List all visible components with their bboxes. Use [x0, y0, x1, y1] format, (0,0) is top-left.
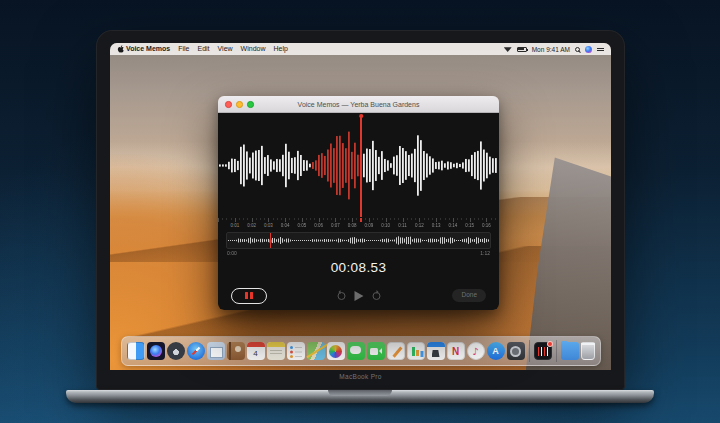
- dock-icon-maps[interactable]: [307, 342, 325, 360]
- transport-controls: Done: [218, 280, 499, 310]
- window-title: Voice Memos — Yerba Buena Gardens: [298, 101, 420, 108]
- siri-icon[interactable]: [585, 46, 592, 53]
- ruler-label: 0:07: [331, 223, 340, 228]
- dock-icon-launchpad[interactable]: [167, 342, 185, 360]
- ruler-label: 0:08: [348, 223, 357, 228]
- notification-center-icon[interactable]: [597, 46, 604, 53]
- macbook-base-notch: [328, 390, 392, 396]
- macbook-base: [66, 390, 654, 403]
- ruler-label: 0:04: [281, 223, 290, 228]
- dock-icon-news[interactable]: N: [447, 342, 465, 360]
- menu-help[interactable]: Help: [274, 43, 288, 55]
- macbook-label: MacBook Pro: [96, 373, 625, 380]
- dock-separator: [529, 340, 530, 362]
- pause-icon: [250, 292, 253, 300]
- ruler-label: 0:14: [448, 223, 457, 228]
- ruler-label: 0:12: [415, 223, 424, 228]
- dock-icon-reminders[interactable]: [287, 342, 305, 360]
- pause-recording-button[interactable]: [231, 288, 267, 304]
- done-button[interactable]: Done: [452, 289, 486, 303]
- dock-separator: [556, 340, 557, 362]
- ruler-label: 0:13: [432, 223, 441, 228]
- minimize-button[interactable]: [236, 101, 243, 108]
- overview-start-time: 0:00: [227, 250, 237, 256]
- window-content: 0:010:020:030:040:050:060:070:080:090:10…: [218, 113, 499, 310]
- battery-icon[interactable]: [517, 47, 527, 52]
- recording-waveform[interactable]: [218, 113, 499, 218]
- playhead-ruler-tick: [360, 218, 362, 222]
- window-titlebar[interactable]: Voice Memos — Yerba Buena Gardens: [218, 96, 499, 113]
- menu-window[interactable]: Window: [241, 43, 266, 55]
- close-button[interactable]: [225, 101, 232, 108]
- desktop-scene: MacBook Pro Voice MemosFileEditViewWindo…: [0, 0, 720, 423]
- menu-bar-menus: Voice MemosFileEditViewWindowHelp: [126, 43, 288, 55]
- voice-memos-window: Voice Memos — Yerba Buena Gardens 0:010:…: [218, 96, 499, 310]
- pause-icon: [245, 292, 248, 300]
- menu-bar: Voice MemosFileEditViewWindowHelp Mon 9:…: [110, 43, 611, 55]
- menu-bar-status: Mon 9:41 AM: [504, 46, 604, 53]
- overview-waveform-canvas: [227, 233, 490, 248]
- playhead[interactable]: [360, 115, 362, 217]
- ruler-label: 0:15: [465, 223, 474, 228]
- traffic-lights: [225, 101, 254, 108]
- menu-edit[interactable]: Edit: [198, 43, 210, 55]
- wifi-icon[interactable]: [504, 46, 512, 52]
- menu-bar-clock[interactable]: Mon 9:41 AM: [532, 46, 570, 53]
- dock-icon-app-store[interactable]: A: [487, 342, 505, 360]
- dock-icon-safari[interactable]: [187, 342, 205, 360]
- dock-icon-downloads[interactable]: [561, 342, 579, 360]
- skip-forward-icon[interactable]: [372, 292, 380, 300]
- menu-file[interactable]: File: [178, 43, 189, 55]
- dock-icon-photos[interactable]: [327, 342, 345, 360]
- ruler-label: 0:09: [365, 223, 374, 228]
- menu-view[interactable]: View: [218, 43, 233, 55]
- dock-icon-itunes[interactable]: ♪: [467, 342, 485, 360]
- overview-playhead[interactable]: [270, 233, 272, 248]
- overview-labels: 0:00 1:12: [226, 249, 491, 256]
- itunes-glyph: ♪: [468, 343, 484, 359]
- zoom-button[interactable]: [247, 101, 254, 108]
- notification-badge: [547, 341, 553, 347]
- overview-end-time: 1:12: [480, 250, 490, 256]
- dock-icon-system-preferences[interactable]: [507, 342, 525, 360]
- dock-icon-messages[interactable]: [347, 342, 365, 360]
- ruler-label: 0:01: [230, 223, 239, 228]
- ruler-label: 0:11: [398, 223, 406, 228]
- play-icon[interactable]: [354, 291, 363, 301]
- playback-controls: [337, 291, 380, 301]
- dock-icon-notes[interactable]: [267, 342, 285, 360]
- ruler-label: 0:16: [482, 223, 491, 228]
- dock-icon-mail[interactable]: [207, 342, 225, 360]
- dock-icon-trash[interactable]: [581, 342, 595, 360]
- ruler-label: 0:03: [264, 223, 273, 228]
- skip-back-icon[interactable]: [337, 292, 345, 300]
- dock-icon-facetime[interactable]: [367, 342, 385, 360]
- dock-icon-calendar[interactable]: 4: [247, 342, 265, 360]
- overview-strip[interactable]: [226, 232, 491, 249]
- calendar-glyph: 4: [247, 342, 265, 360]
- news-glyph: N: [448, 343, 464, 359]
- waveform-canvas: [218, 113, 499, 218]
- elapsed-time: 00:08.53: [218, 256, 499, 280]
- apple-menu-icon[interactable]: [117, 45, 125, 53]
- app-store-glyph: A: [487, 342, 505, 360]
- dock-icon-finder[interactable]: [127, 342, 145, 360]
- spotlight-icon[interactable]: [575, 47, 580, 52]
- menu-voice-memos[interactable]: Voice Memos: [126, 43, 170, 55]
- time-ruler: 0:010:020:030:040:050:060:070:080:090:10…: [218, 218, 499, 229]
- ruler-label: 0:02: [247, 223, 256, 228]
- dock-icon-contacts[interactable]: [227, 342, 245, 360]
- dock-icon-voice-memos[interactable]: [534, 342, 552, 360]
- dock-icon-keynote[interactable]: [427, 342, 445, 360]
- ruler-label: 0:05: [297, 223, 306, 228]
- dock-icon-siri[interactable]: [147, 342, 165, 360]
- dock-icon-numbers[interactable]: [407, 342, 425, 360]
- playhead-dot: [359, 114, 363, 118]
- ruler-label: 0:10: [381, 223, 390, 228]
- dock-icon-pages[interactable]: [387, 342, 405, 360]
- ruler-label: 0:06: [314, 223, 323, 228]
- dock: 4N♪A: [121, 336, 601, 366]
- recording-overview: 0:00 1:12: [226, 232, 491, 256]
